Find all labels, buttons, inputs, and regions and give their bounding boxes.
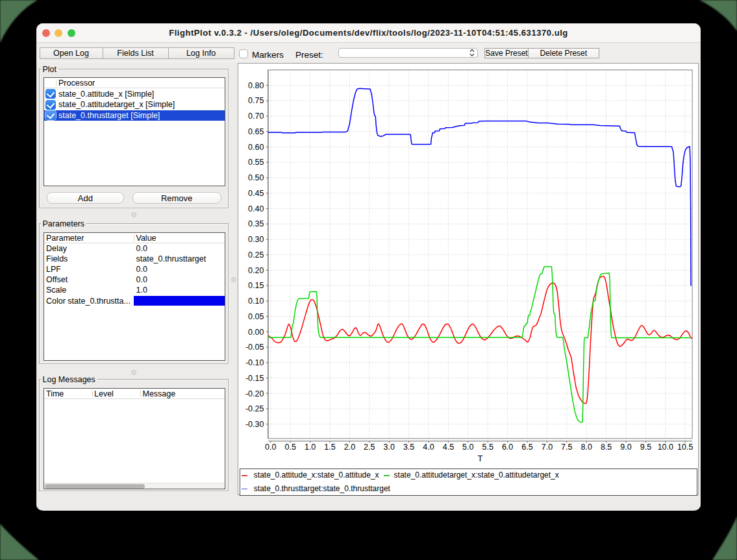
svg-text:6.5: 6.5 bbox=[521, 443, 532, 452]
svg-text:0.45: 0.45 bbox=[248, 189, 264, 198]
svg-text:9.0: 9.0 bbox=[620, 443, 631, 452]
svg-text:4.0: 4.0 bbox=[423, 443, 434, 452]
svg-text:0.20: 0.20 bbox=[248, 266, 264, 275]
svg-text:8.0: 8.0 bbox=[581, 443, 592, 452]
svg-text:0.65: 0.65 bbox=[248, 127, 264, 136]
svg-text:2.5: 2.5 bbox=[364, 443, 375, 452]
svg-text:2.0: 2.0 bbox=[344, 443, 355, 452]
svg-text:0.40: 0.40 bbox=[248, 204, 264, 213]
svg-text:3.0: 3.0 bbox=[383, 443, 394, 452]
svg-text:7.0: 7.0 bbox=[541, 443, 552, 452]
svg-text:4.5: 4.5 bbox=[442, 443, 453, 452]
svg-text:0.5: 0.5 bbox=[284, 443, 295, 452]
svg-text:-0.15: -0.15 bbox=[245, 374, 264, 383]
svg-text:0.0: 0.0 bbox=[265, 443, 276, 452]
svg-text:-0.25: -0.25 bbox=[245, 404, 264, 413]
svg-text:3.5: 3.5 bbox=[403, 443, 414, 452]
svg-text:0.25: 0.25 bbox=[248, 250, 264, 260]
svg-text:8.5: 8.5 bbox=[600, 443, 611, 452]
svg-text:0.70: 0.70 bbox=[248, 112, 264, 121]
svg-text:0.50: 0.50 bbox=[248, 173, 264, 182]
svg-text:0.55: 0.55 bbox=[248, 158, 264, 167]
svg-text:5.0: 5.0 bbox=[462, 443, 473, 452]
svg-text:-0.30: -0.30 bbox=[245, 420, 264, 429]
svg-text:T: T bbox=[477, 454, 482, 463]
svg-text:1.0: 1.0 bbox=[304, 443, 315, 452]
svg-text:0.10: 0.10 bbox=[248, 297, 264, 306]
svg-text:1.5: 1.5 bbox=[324, 443, 335, 452]
svg-text:-0.05: -0.05 bbox=[245, 343, 264, 352]
svg-text:0.75: 0.75 bbox=[248, 96, 264, 105]
svg-text:6.0: 6.0 bbox=[501, 443, 512, 452]
svg-text:10.0: 10.0 bbox=[657, 443, 673, 452]
svg-text:5.5: 5.5 bbox=[482, 443, 493, 452]
svg-text:9.5: 9.5 bbox=[640, 443, 651, 452]
svg-text:0.05: 0.05 bbox=[248, 312, 264, 321]
svg-text:0.35: 0.35 bbox=[248, 219, 264, 228]
svg-text:-0.10: -0.10 bbox=[245, 358, 264, 367]
svg-text:10.5: 10.5 bbox=[677, 443, 693, 452]
svg-text:0.60: 0.60 bbox=[248, 143, 264, 152]
svg-text:-0.20: -0.20 bbox=[245, 389, 264, 398]
svg-text:0.30: 0.30 bbox=[248, 235, 264, 244]
svg-text:0.15: 0.15 bbox=[248, 281, 264, 290]
svg-text:7.5: 7.5 bbox=[561, 443, 572, 452]
svg-text:0.00: 0.00 bbox=[248, 328, 264, 337]
svg-text:0.80: 0.80 bbox=[248, 81, 264, 90]
